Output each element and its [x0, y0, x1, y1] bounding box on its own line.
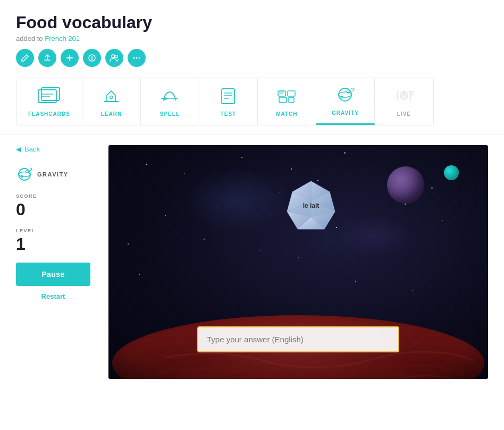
top-section: Food vocabulary added to French 201 — [0, 0, 504, 125]
svg-point-1 — [112, 55, 115, 58]
mode-flashcards[interactable]: FLASHCARDS — [16, 78, 82, 125]
bottom-section: ◀ Back GRAVITY SCORE 0 LEVEL 1 Pause Res… — [0, 145, 504, 395]
mode-test[interactable]: TEST — [199, 78, 258, 125]
svg-rect-23 — [289, 97, 294, 103]
gravity-icon — [333, 86, 357, 106]
class-link[interactable]: French 201 — [45, 35, 80, 43]
crystal-container: le lait — [279, 177, 343, 243]
svg-point-33 — [19, 172, 30, 177]
svg-point-3 — [133, 57, 135, 59]
add-icon — [65, 54, 74, 62]
more-button[interactable] — [128, 49, 146, 67]
gravity-mode-row: GRAVITY — [16, 166, 96, 183]
svg-rect-19 — [288, 91, 295, 96]
action-icons-row — [16, 49, 488, 67]
svg-text:le lait: le lait — [303, 202, 320, 209]
svg-point-11 — [110, 96, 113, 98]
answer-input[interactable] — [197, 326, 399, 352]
info-button[interactable] — [83, 49, 101, 67]
gravity-sidebar-icon — [16, 166, 33, 183]
back-arrow-icon: ◀ — [16, 145, 21, 153]
test-label: TEST — [221, 111, 237, 117]
small-planet — [387, 166, 424, 204]
info-icon — [88, 54, 96, 62]
add-button[interactable] — [61, 49, 79, 67]
study-modes-bar: FLASHCARDS LEARN SPELL — [16, 78, 434, 125]
crystal-gem: le lait — [279, 177, 343, 241]
flashcards-label: FLASHCARDS — [28, 111, 70, 117]
svg-point-2 — [115, 55, 118, 58]
users-button[interactable] — [105, 49, 123, 67]
share-button[interactable] — [38, 49, 56, 67]
test-icon — [216, 87, 240, 107]
added-to-line: added to French 201 — [16, 35, 488, 43]
gravity-mode-label: GRAVITY — [37, 171, 69, 178]
live-label: LIVE — [397, 111, 411, 117]
users-icon — [110, 54, 119, 62]
answer-input-wrap — [197, 326, 399, 352]
spell-label: SPELL — [160, 111, 180, 117]
back-button[interactable]: ◀ Back — [16, 145, 96, 153]
pause-button[interactable]: Pause — [16, 263, 90, 286]
mode-live[interactable]: LIVE — [375, 78, 433, 125]
mode-match[interactable]: MATCH — [258, 78, 316, 125]
level-value: 1 — [16, 234, 96, 254]
svg-point-5 — [139, 57, 140, 59]
mode-spell[interactable]: SPELL — [141, 78, 199, 125]
score-value: 0 — [16, 200, 96, 220]
svg-rect-22 — [279, 97, 287, 103]
gravity-label: GRAVITY — [332, 110, 359, 116]
level-label: LEVEL — [16, 228, 96, 233]
flashcards-icon — [37, 87, 61, 107]
mode-gravity[interactable]: GRAVITY — [316, 78, 375, 125]
edit-icon — [21, 54, 29, 62]
share-icon — [43, 54, 52, 62]
learn-label: LEARN — [101, 111, 122, 117]
svg-point-29 — [402, 94, 406, 97]
spell-icon — [158, 87, 181, 107]
match-icon — [275, 87, 298, 107]
mode-learn[interactable]: LEARN — [82, 78, 141, 125]
svg-point-4 — [136, 57, 138, 59]
live-icon — [392, 87, 416, 107]
game-sidebar: ◀ Back GRAVITY SCORE 0 LEVEL 1 Pause Res… — [16, 145, 101, 379]
edit-button[interactable] — [16, 49, 34, 67]
svg-point-32 — [19, 168, 30, 180]
match-label: MATCH — [276, 111, 297, 117]
space-background: le lait — [108, 145, 488, 379]
game-area: le lait — [108, 145, 488, 379]
more-icon — [132, 54, 141, 62]
section-divider — [0, 134, 504, 134]
svg-rect-14 — [222, 89, 234, 104]
tiny-planet — [444, 165, 459, 180]
restart-button[interactable]: Restart — [16, 290, 90, 302]
score-label: SCORE — [16, 193, 96, 199]
learn-icon — [99, 87, 123, 107]
page-title: Food vocabulary — [16, 13, 488, 32]
